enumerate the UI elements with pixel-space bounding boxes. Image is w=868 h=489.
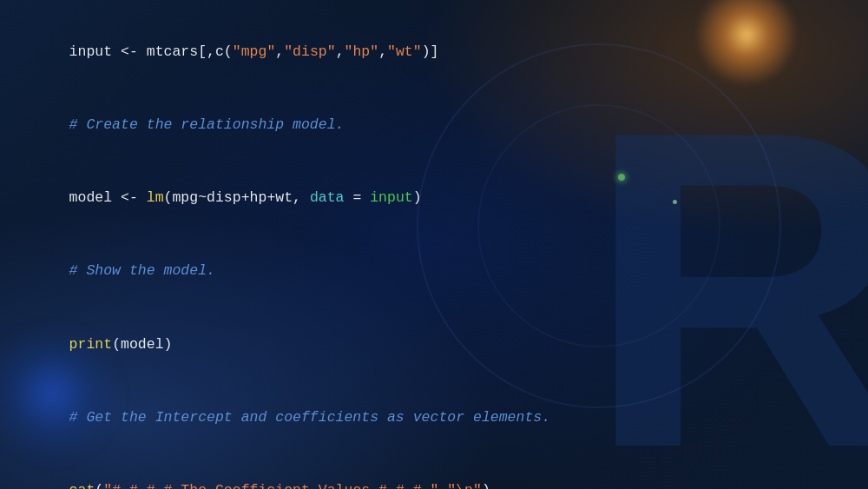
code-token: , — [378, 43, 387, 60]
code-token: data — [310, 189, 345, 206]
code-block: input <- mtcars[,c("mpg","disp","hp","wt… — [0, 0, 868, 489]
code-token: mtcars[,c( — [147, 43, 233, 60]
code-line-4-comment: # Show the model. — [35, 235, 833, 307]
code-line-1: input <- mtcars[,c("mpg","disp","hp","wt… — [35, 16, 833, 89]
code-token: "\n" — [447, 482, 482, 489]
code-token: model — [69, 189, 121, 206]
code-token: (mpg~disp+hp+wt, — [164, 189, 310, 206]
code-token: # Get the Intercept and coefficients as … — [69, 409, 551, 426]
code-token: (model) — [112, 336, 172, 353]
code-token: , — [438, 482, 447, 489]
code-token: <- — [121, 189, 147, 206]
code-token: lm — [147, 189, 164, 206]
code-line-7: cat("# # # # The Coefficient Values # # … — [35, 454, 833, 489]
code-line-5: print(model) — [35, 308, 833, 381]
code-token: , — [275, 43, 284, 60]
code-line-6-comment: # Get the Intercept and coefficients as … — [35, 381, 833, 454]
code-token: ) — [482, 482, 490, 489]
code-token: input — [69, 43, 121, 60]
code-token: "wt" — [387, 43, 422, 60]
code-token: = — [345, 189, 371, 206]
code-line-3: model <- lm(mpg~disp+hp+wt, data = input… — [35, 162, 833, 235]
code-token: )] — [422, 43, 439, 60]
code-token: "hp" — [345, 43, 379, 60]
code-token: "disp" — [284, 43, 335, 60]
code-token: # Create the relationship model. — [69, 116, 345, 133]
code-token: # Show the model. — [69, 262, 215, 279]
code-token: cat — [69, 482, 95, 489]
code-line-2-comment: # Create the relationship model. — [35, 89, 833, 162]
code-token: , — [336, 43, 345, 60]
code-token: print — [69, 336, 113, 353]
code-token: ( — [95, 482, 103, 489]
code-token: ) — [413, 189, 422, 206]
code-token: "mpg" — [233, 43, 276, 60]
code-token: "# # # # The Coefficient Values # # # " — [103, 482, 438, 489]
code-token: <- — [121, 43, 147, 60]
code-token: input — [370, 189, 413, 206]
